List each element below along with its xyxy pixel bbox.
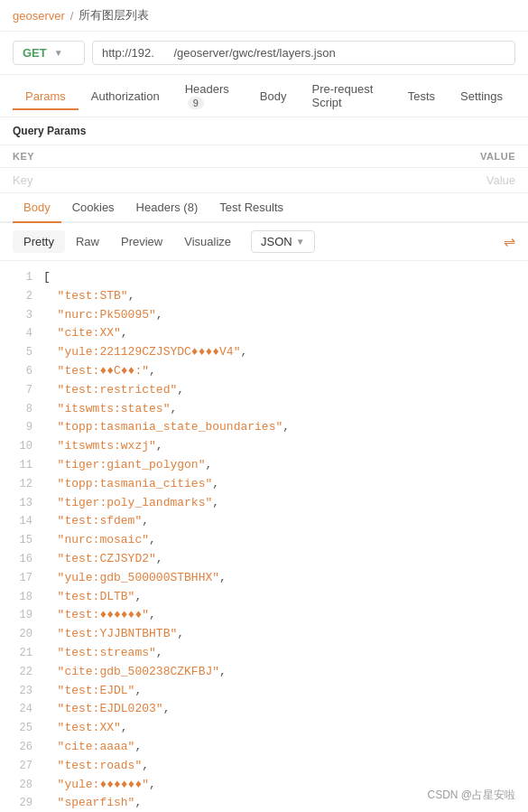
line-number: 6 <box>7 363 32 380</box>
tab-headers[interactable]: Headers 9 <box>172 75 247 117</box>
line-content: "topp:tasmania_state_boundaries", <box>43 418 290 437</box>
line-number: 23 <box>7 683 32 700</box>
table-row: 1[ <box>0 268 528 287</box>
line-content: "test:XX", <box>43 719 128 738</box>
line-content: "test:EJDL0203", <box>43 700 170 719</box>
fmt-raw[interactable]: Raw <box>65 230 110 253</box>
line-number: 29 <box>7 795 32 812</box>
line-number: 28 <box>7 777 32 794</box>
kv-table: KEY VALUE Key Value <box>0 145 528 193</box>
line-content: [ <box>43 268 51 287</box>
tab-pre-request-script[interactable]: Pre-request Script <box>299 75 394 117</box>
line-number: 14 <box>7 513 32 530</box>
table-row: 3 "nurc:Pk50095", <box>0 306 528 325</box>
table-row: 4 "cite:XX", <box>0 324 528 343</box>
line-number: 16 <box>7 551 32 568</box>
value-header: VALUE <box>231 145 528 168</box>
line-content: "test:DLTB", <box>43 588 142 607</box>
tab-authorization[interactable]: Authorization <box>79 82 172 110</box>
json-format-dropdown[interactable]: JSON ▼ <box>251 230 315 253</box>
table-row: 5 "yule:221129CZJSYDC♦♦♦♦V4", <box>0 343 528 362</box>
line-number: 26 <box>7 739 32 756</box>
line-content: "cite:gdb_500238CZKFBJ", <box>43 663 227 682</box>
line-number: 24 <box>7 701 32 718</box>
tab-settings[interactable]: Settings <box>448 82 515 110</box>
nav-tabs: Params Authorization Headers 9 Body Pre-… <box>0 75 528 117</box>
table-row: 9 "topp:tasmania_state_boundaries", <box>0 418 528 437</box>
line-content: "test:sfdem", <box>43 512 149 531</box>
url-bar: GET ▼ <box>0 32 528 75</box>
line-number: 3 <box>7 307 32 324</box>
sub-tab-cookies[interactable]: Cookies <box>61 193 125 221</box>
line-number: 5 <box>7 344 32 361</box>
line-content: "test:♦♦C♦♦:", <box>43 362 156 381</box>
chevron-down-icon: ▼ <box>54 48 63 58</box>
line-content: "yule:♦♦♦♦♦♦", <box>43 776 156 795</box>
table-row: 2 "test:STB", <box>0 287 528 306</box>
table-row: 17 "yule:gdb_500000STBHHX", <box>0 569 528 588</box>
line-number: 18 <box>7 589 32 606</box>
watermark: CSDN @占星安啦 <box>427 788 515 803</box>
sub-tab-body[interactable]: Body <box>13 193 61 223</box>
key-placeholder[interactable]: Key <box>0 168 231 193</box>
breadcrumb-current: 所有图层列表 <box>79 7 149 23</box>
line-number: 19 <box>7 607 32 624</box>
line-content: "test:streams", <box>43 644 163 663</box>
sub-tabs: Body Cookies Headers (8) Test Results <box>0 193 528 223</box>
table-row: 22 "cite:gdb_500238CZKFBJ", <box>0 663 528 682</box>
value-placeholder[interactable]: Value <box>231 168 528 193</box>
line-number: 1 <box>7 269 32 286</box>
line-content: "itswmts:wxzj", <box>43 437 163 456</box>
fmt-preview[interactable]: Preview <box>110 230 173 253</box>
line-content: "tiger:giant_polygon", <box>43 456 212 475</box>
line-number: 4 <box>7 325 32 342</box>
line-number: 21 <box>7 645 32 662</box>
line-content: "test:roads", <box>43 757 149 776</box>
breadcrumb-geoserver[interactable]: geoserver <box>13 9 65 23</box>
table-row: 13 "tiger:poly_landmarks", <box>0 494 528 513</box>
tab-body[interactable]: Body <box>247 82 300 110</box>
line-content: "spearfish", <box>43 794 142 812</box>
line-number: 27 <box>7 758 32 775</box>
line-number: 20 <box>7 626 32 643</box>
breadcrumb: geoserver / 所有图层列表 <box>0 0 528 32</box>
method-label: GET <box>23 46 47 60</box>
line-content: "nurc:mosaic", <box>43 531 156 550</box>
line-number: 9 <box>7 419 32 436</box>
sub-tab-test-results[interactable]: Test Results <box>208 193 294 221</box>
line-number: 13 <box>7 495 32 512</box>
line-content: "yule:gdb_500000STBHHX", <box>43 569 227 588</box>
line-number: 8 <box>7 401 32 418</box>
table-row: 15 "nurc:mosaic", <box>0 531 528 550</box>
format-bar: Pretty Raw Preview Visualize JSON ▼ ⇌ <box>0 223 528 261</box>
fmt-pretty[interactable]: Pretty <box>13 230 65 253</box>
query-params-title: Query Params <box>0 117 528 145</box>
table-row: 10 "itswmts:wxzj", <box>0 437 528 456</box>
headers-badge: 9 <box>188 97 204 109</box>
line-number: 10 <box>7 438 32 455</box>
table-row: 26 "cite:aaaa", <box>0 738 528 757</box>
chevron-down-icon: ▼ <box>296 237 305 247</box>
table-row: 25 "test:XX", <box>0 719 528 738</box>
method-dropdown[interactable]: GET ▼ <box>13 41 85 65</box>
table-row: 16 "test:CZJSYD2", <box>0 550 528 569</box>
tab-tests[interactable]: Tests <box>395 82 448 110</box>
table-row: 18 "test:DLTB", <box>0 588 528 607</box>
line-content: "tiger:poly_landmarks", <box>43 494 219 513</box>
table-row: 7 "test:restricted", <box>0 381 528 400</box>
table-row: 8 "itswmts:states", <box>0 400 528 419</box>
line-content: "topp:tasmania_cities", <box>43 475 219 494</box>
code-area: 1[2 "test:STB",3 "nurc:Pk50095",4 "cite:… <box>0 261 528 812</box>
line-content: "test:YJJBNTBHTB", <box>43 625 184 644</box>
line-number: 7 <box>7 382 32 399</box>
line-content: "nurc:Pk50095", <box>43 306 163 325</box>
fmt-visualize[interactable]: Visualize <box>173 230 242 253</box>
table-row: 20 "test:YJJBNTBHTB", <box>0 625 528 644</box>
table-row: 24 "test:EJDL0203", <box>0 700 528 719</box>
line-content: "test:STB", <box>43 287 134 306</box>
tab-params[interactable]: Params <box>13 82 79 110</box>
url-input[interactable] <box>92 41 515 65</box>
sub-tab-headers[interactable]: Headers (8) <box>125 193 209 221</box>
filter-icon[interactable]: ⇌ <box>504 233 515 250</box>
line-number: 12 <box>7 476 32 493</box>
